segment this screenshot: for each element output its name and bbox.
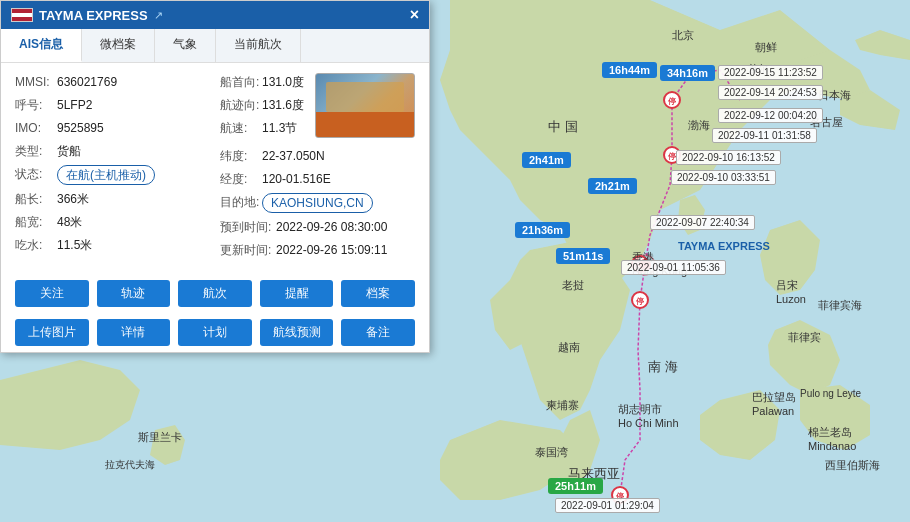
lat-value: 22-37.050N [262,147,325,165]
callsign-label: 呼号: [15,96,57,114]
ship-thumbnail [315,73,415,138]
destination-label: 目的地: [220,193,262,213]
flag-icon [11,8,33,22]
ts-6: 2022-09-10 03:33:51 [671,170,776,185]
beam-label: 船宽: [15,213,57,231]
ts-5: 2022-09-10 16:13:52 [676,150,781,165]
time-bubble-4: 34h16m [660,65,715,81]
btn-route-predict[interactable]: 航线预测 [260,319,334,346]
course-value: 131.6度 [262,96,304,114]
action-buttons-row2: 上传图片 详情 计划 航线预测 备注 [1,313,429,352]
lon-value: 120-01.516E [262,170,331,188]
type-value: 货船 [57,142,81,160]
ts-2: 2022-09-14 20:24:53 [718,85,823,100]
eta-label: 预到时间: [220,218,276,236]
btn-track[interactable]: 轨迹 [97,280,171,307]
tab-weather[interactable]: 气象 [155,29,216,62]
updated-value: 2022-09-26 15:09:11 [276,241,387,259]
btn-note[interactable]: 备注 [341,319,415,346]
heading-label: 船首向: [220,73,262,91]
btn-detail[interactable]: 详情 [97,319,171,346]
btn-plan[interactable]: 计划 [178,319,252,346]
imo-label: IMO: [15,119,57,137]
heading-value: 131.0度 [262,73,304,91]
length-label: 船长: [15,190,57,208]
info-panel: TAYMA EXPRESS ↗ × AIS信息 微档案 气象 当前航次 MMSI… [0,0,430,353]
info-left-column: MMSI: 636021769 呼号: 5LFP2 IMO: 9525895 类… [15,73,210,264]
ts-3: 2022-09-12 00:04:20 [718,108,823,123]
btn-alert[interactable]: 提醒 [260,280,334,307]
course-label: 航迹向: [220,96,262,114]
ts-8: 2022-09-01 11:05:36 [621,260,726,275]
panel-header: TAYMA EXPRESS ↗ × [1,1,429,29]
tab-ais[interactable]: AIS信息 [1,29,82,62]
time-bubble-7: 25h11m [548,478,603,494]
time-bubble-6: 51m11s [556,248,610,264]
tab-voyage[interactable]: 当前航次 [216,29,301,62]
draft-label: 吃水: [15,236,57,254]
btn-upload[interactable]: 上传图片 [15,319,89,346]
tab-micro[interactable]: 微档案 [82,29,155,62]
tab-bar: AIS信息 微档案 气象 当前航次 [1,29,429,63]
mmsi-label: MMSI: [15,73,57,91]
speed-value: 11.3节 [262,119,297,137]
info-right-fields: 船首向: 131.0度 航迹向: 131.6度 航速: 11.3节 [220,73,307,142]
ts-1: 2022-09-15 11:23:52 [718,65,823,80]
ts-4: 2022-09-11 01:31:58 [712,128,817,143]
panel-title: TAYMA EXPRESS [39,8,148,23]
btn-follow[interactable]: 关注 [15,280,89,307]
eta-value: 2022-09-26 08:30:00 [276,218,387,236]
time-bubble-5: 21h36m [515,222,570,238]
time-bubble-2: 2h41m [522,152,571,168]
callsign-value: 5LFP2 [57,96,92,114]
external-link-icon[interactable]: ↗ [154,9,163,22]
time-bubble-3: 2h21m [588,178,637,194]
svg-text:停: 停 [667,152,676,161]
imo-value: 9525895 [57,119,104,137]
mmsi-value: 636021769 [57,73,117,91]
svg-text:停: 停 [635,297,644,306]
ts-7: 2022-09-07 22:40:34 [650,215,755,230]
ts-9: 2022-09-01 01:29:04 [555,498,660,513]
lat-label: 纬度: [220,147,262,165]
status-value: 在航(主机推动) [57,165,155,185]
type-label: 类型: [15,142,57,160]
length-value: 366米 [57,190,89,208]
close-button[interactable]: × [410,7,419,23]
action-buttons-row1: 关注 轨迹 航次 提醒 档案 [1,274,429,313]
info-right-column: 船首向: 131.0度 航迹向: 131.6度 航速: 11.3节 纬 [220,73,415,264]
btn-archive[interactable]: 档案 [341,280,415,307]
time-bubble-1: 16h44m [602,62,657,78]
updated-label: 更新时间: [220,241,276,259]
svg-text:停: 停 [667,97,676,106]
beam-value: 48米 [57,213,82,231]
btn-voyage[interactable]: 航次 [178,280,252,307]
lon-label: 经度: [220,170,262,188]
draft-value: 11.5米 [57,236,92,254]
destination-value: KAOHSIUNG,CN [262,193,373,213]
speed-label: 航速: [220,119,262,137]
status-label: 状态: [15,165,57,185]
